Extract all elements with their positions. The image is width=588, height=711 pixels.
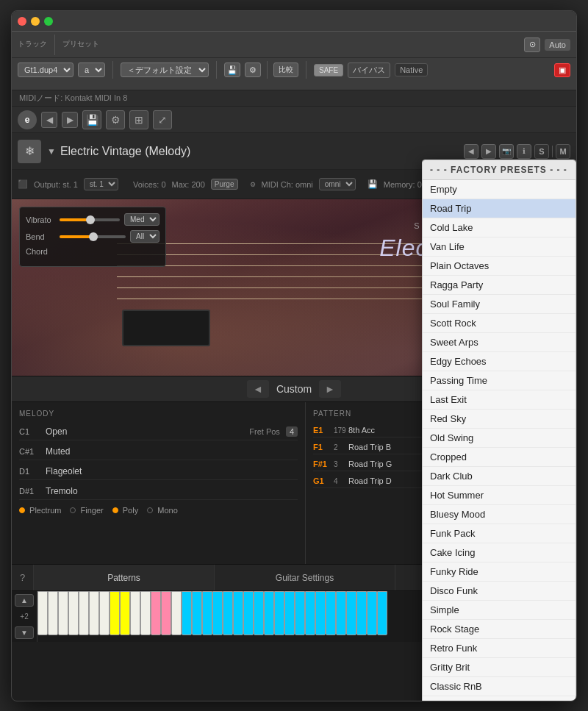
track-name-select[interactable]: Gt1.dup4 bbox=[18, 62, 74, 77]
piano-key-b2[interactable] bbox=[171, 591, 182, 635]
piano-key-d[interactable] bbox=[48, 591, 58, 635]
piano-key-a2[interactable] bbox=[161, 591, 171, 635]
nav-right-arrow[interactable]: ▶ bbox=[62, 112, 78, 128]
settings-icon[interactable]: ⚙ bbox=[245, 62, 261, 77]
piano-key-d4[interactable] bbox=[264, 591, 274, 635]
piano-key-c2[interactable] bbox=[110, 591, 120, 635]
info-btn[interactable]: ℹ bbox=[517, 144, 531, 159]
preset-item[interactable]: Retro Funk bbox=[423, 639, 576, 658]
vibrato-thumb[interactable] bbox=[86, 215, 95, 224]
piano-key-g2[interactable] bbox=[151, 591, 161, 635]
octave-down-button[interactable]: ▼ bbox=[15, 626, 34, 639]
piano-key-b3[interactable] bbox=[243, 591, 254, 635]
plectrum-radio[interactable]: Plectrum bbox=[19, 506, 61, 515]
preset-item[interactable]: Empty bbox=[423, 180, 576, 199]
piano-key-a5[interactable] bbox=[377, 591, 387, 635]
minimize-button[interactable] bbox=[31, 17, 40, 26]
piano-key-g[interactable] bbox=[79, 591, 89, 635]
help-button[interactable]: ? bbox=[12, 565, 34, 590]
preset-item[interactable]: Ragga Party bbox=[423, 276, 576, 295]
preset-item[interactable]: Cake Icing bbox=[423, 543, 576, 562]
piano-key-c[interactable] bbox=[37, 591, 48, 635]
safe-button[interactable]: SAFE bbox=[314, 64, 343, 76]
purge-button[interactable]: Purge bbox=[211, 179, 238, 190]
vibrato-slider[interactable] bbox=[60, 218, 120, 221]
nav-left-arrow[interactable]: ◀ bbox=[41, 112, 57, 128]
preset-item[interactable]: Old Swing bbox=[423, 429, 576, 448]
piano-key-f5[interactable] bbox=[356, 591, 367, 635]
piano-key-b4[interactable] bbox=[315, 591, 326, 635]
bend-select[interactable]: All bbox=[130, 230, 159, 243]
piano-key-c3[interactable] bbox=[182, 591, 192, 635]
preset-item[interactable]: Scott Rock bbox=[423, 314, 576, 333]
preset-item[interactable]: Bluesy Mood bbox=[423, 505, 576, 524]
midi-ch-select[interactable]: omni bbox=[319, 178, 356, 190]
preset-item[interactable]: Passing Time bbox=[423, 371, 576, 390]
piano-key-e[interactable] bbox=[58, 591, 68, 635]
custom-right-arrow[interactable]: ► bbox=[319, 380, 341, 398]
save-icon[interactable]: 💾 bbox=[224, 62, 240, 77]
preset-item[interactable]: Gritty Brit bbox=[423, 658, 576, 677]
preset-item[interactable]: Simple bbox=[423, 601, 576, 620]
preset-item[interactable]: Swedish Rock bbox=[423, 696, 576, 701]
piano-key-f2[interactable] bbox=[140, 591, 151, 635]
piano-key-e3[interactable] bbox=[202, 591, 212, 635]
next-btn[interactable]: ▶ bbox=[481, 144, 496, 159]
piano-key-c5[interactable] bbox=[326, 591, 336, 635]
preset-item[interactable]: Soul Family bbox=[423, 295, 576, 314]
piano-key-b[interactable] bbox=[99, 591, 110, 635]
preset-item[interactable]: Hot Summer bbox=[423, 486, 576, 505]
preset-item[interactable]: Funky Ride bbox=[423, 562, 576, 582]
save-nav-icon[interactable]: 💾 bbox=[82, 110, 101, 129]
piano-key-e2[interactable] bbox=[130, 591, 140, 635]
preset-item[interactable]: Sweet Arps bbox=[423, 333, 576, 352]
close-button[interactable] bbox=[18, 17, 26, 26]
piano-key-c4[interactable] bbox=[254, 591, 264, 635]
preset-item[interactable]: Road Trip bbox=[423, 199, 576, 218]
preset-item[interactable]: Red Sky bbox=[423, 410, 576, 429]
piano-key-a3[interactable] bbox=[233, 591, 243, 635]
piano-key-g4[interactable] bbox=[295, 591, 305, 635]
preset-item[interactable]: Van Life bbox=[423, 237, 576, 257]
poly-radio[interactable]: Poly bbox=[112, 506, 138, 515]
piano-key-f4[interactable] bbox=[284, 591, 295, 635]
output-select[interactable]: st. 1 bbox=[84, 178, 118, 190]
preset-item[interactable]: Dark Club bbox=[423, 467, 576, 486]
bend-thumb[interactable] bbox=[89, 232, 98, 241]
expand-nav-icon[interactable]: ⤢ bbox=[153, 110, 172, 129]
preset-item[interactable]: Cold Lake bbox=[423, 218, 576, 237]
piano-key-e5[interactable] bbox=[346, 591, 356, 635]
piano-key-d3[interactable] bbox=[192, 591, 202, 635]
piano-key-f[interactable] bbox=[68, 591, 79, 635]
preset-name-select[interactable]: ＜デフォルト設定＞ bbox=[121, 62, 209, 77]
bend-slider[interactable] bbox=[60, 235, 126, 238]
piano-key-f3[interactable] bbox=[212, 591, 223, 635]
grid-nav-icon[interactable]: ⊞ bbox=[129, 110, 148, 129]
preset-item[interactable]: Funk Pack bbox=[423, 524, 576, 543]
piano-key-d5[interactable] bbox=[336, 591, 346, 635]
compare-button[interactable]: 比較 bbox=[273, 62, 298, 77]
camera-btn[interactable]: 📷 bbox=[499, 144, 514, 159]
piano-key-d2[interactable] bbox=[120, 591, 130, 635]
patterns-tab[interactable]: Patterns bbox=[34, 565, 215, 590]
zoom-button[interactable] bbox=[44, 17, 53, 26]
track-variant-select[interactable]: a bbox=[78, 62, 105, 77]
preset-item[interactable]: Last Exit bbox=[423, 390, 576, 410]
preset-item[interactable]: Cropped bbox=[423, 448, 576, 467]
piano-key-a[interactable] bbox=[89, 591, 99, 635]
custom-left-arrow[interactable]: ◄ bbox=[247, 380, 269, 398]
octave-up-button[interactable]: ▲ bbox=[15, 594, 34, 607]
preset-item[interactable]: Plain Octaves bbox=[423, 257, 576, 276]
vibrato-select[interactable]: Med bbox=[124, 213, 159, 226]
piano-key-a4[interactable] bbox=[305, 591, 315, 635]
piano-key-g3[interactable] bbox=[223, 591, 233, 635]
gear-nav-icon[interactable]: ⚙ bbox=[106, 110, 125, 129]
piano-key-g5[interactable] bbox=[367, 591, 377, 635]
preset-item[interactable]: Disco Funk bbox=[423, 582, 576, 601]
bypass-button[interactable]: バイパス bbox=[348, 62, 390, 78]
prev-btn[interactable]: ◀ bbox=[464, 144, 478, 159]
red-record-button[interactable]: ▣ bbox=[554, 63, 570, 77]
preset-item[interactable]: Classic RnB bbox=[423, 677, 576, 696]
preset-item[interactable]: Rock Stage bbox=[423, 620, 576, 639]
guitar-settings-tab[interactable]: Guitar Settings bbox=[215, 565, 395, 590]
